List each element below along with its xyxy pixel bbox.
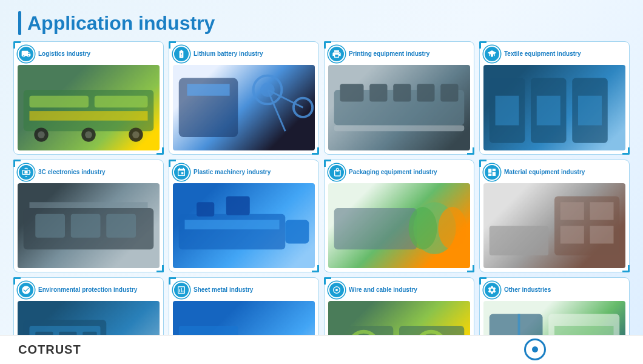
industry-card-material[interactable]: Material equipment industry (479, 160, 630, 273)
industry-grid: Logistics industry Lithium battery indus… (0, 41, 643, 326)
card-label-wire: Wire and cable industry (349, 286, 417, 294)
svg-rect-11 (187, 84, 229, 96)
card-header-wire: Wire and cable industry (328, 281, 470, 298)
card-illustration-plastic (173, 183, 315, 269)
header-accent-bar (18, 11, 21, 35)
svg-point-9 (132, 131, 140, 138)
industry-card-plastic[interactable]: Plastic machinery industry (169, 160, 319, 273)
industry-card-3c[interactable]: 3C electronics industry (13, 160, 164, 273)
card-label-textile: Textile equipment industry (504, 50, 581, 58)
card-corner-tl (479, 41, 486, 49)
svg-rect-23 (334, 126, 465, 132)
card-illustration-lithium (173, 65, 315, 150)
card-corner-tl (13, 41, 21, 49)
card-header-enviro: Environmental protection industry (18, 281, 160, 298)
card-corner-tl (169, 277, 176, 285)
card-corner-tl (479, 277, 486, 285)
page-container: Application industry Logistics industry (0, 0, 643, 364)
card-illustration-packaging (328, 183, 470, 269)
card-image-textile (483, 65, 625, 150)
card-header-logistics: Logistics industry (18, 46, 160, 62)
card-illustration-textile (483, 65, 625, 150)
svg-rect-33 (106, 214, 136, 237)
svg-rect-19 (369, 84, 387, 101)
svg-rect-47 (590, 202, 614, 220)
svg-rect-21 (417, 84, 434, 101)
svg-rect-38 (197, 202, 214, 216)
logo-co: CO (18, 343, 38, 356)
card-image-logistics (18, 65, 160, 150)
card-label-plastic: Plastic machinery industry (194, 169, 271, 176)
card-header-printing: Printing equipment industry (328, 46, 470, 62)
card-image-3c (18, 183, 160, 269)
card-header-3c: 3C electronics industry (18, 164, 160, 181)
card-image-lithium (173, 65, 315, 150)
svg-rect-49 (590, 226, 614, 243)
card-corner-tl (324, 277, 331, 285)
svg-line-16 (268, 90, 285, 131)
card-image-printing (328, 65, 470, 150)
card-label-other: Other industries (504, 286, 551, 294)
page-footer: COTRUST (0, 335, 643, 364)
svg-rect-39 (226, 196, 250, 215)
card-illustration-material (483, 183, 625, 269)
card-corner-tl (169, 160, 176, 167)
page-header: Application industry (0, 0, 643, 41)
svg-point-7 (85, 131, 92, 138)
page-title: Application industry (27, 12, 215, 35)
card-corner-tl (169, 41, 176, 49)
svg-rect-28 (537, 96, 561, 126)
svg-rect-48 (561, 226, 584, 243)
svg-rect-3 (30, 111, 148, 121)
svg-rect-34 (30, 202, 148, 208)
svg-point-42 (438, 207, 466, 249)
card-label-printing: Printing equipment industry (349, 50, 429, 58)
svg-rect-27 (496, 96, 519, 126)
svg-rect-29 (578, 96, 602, 126)
card-header-material: Material equipment industry (483, 164, 625, 181)
card-illustration-logistics (18, 65, 160, 150)
card-label-packaging: Packaging equipment industry (349, 169, 437, 176)
industry-card-textile[interactable]: Textile equipment industry (479, 41, 630, 155)
svg-rect-1 (30, 96, 89, 108)
svg-rect-32 (71, 214, 101, 237)
card-label-lithium: Lithium battery industry (194, 50, 263, 58)
svg-rect-20 (393, 84, 411, 101)
card-corner-tl (13, 160, 21, 167)
card-illustration-printing (328, 65, 470, 150)
card-header-packaging: Packaging equipment industry (328, 164, 470, 181)
card-label-sheetmetal: Sheet metal industry (194, 286, 253, 294)
card-label-logistics: Logistics industry (38, 50, 90, 58)
svg-point-62 (335, 289, 338, 291)
industry-card-printing[interactable]: Printing equipment industry (324, 41, 474, 155)
logo-trust: TRUST (38, 343, 81, 356)
card-label-3c: 3C electronics industry (38, 169, 106, 176)
card-header-plastic: Plastic machinery industry (173, 164, 315, 181)
svg-rect-31 (35, 214, 65, 237)
card-image-material (483, 183, 625, 269)
svg-rect-46 (561, 202, 584, 220)
svg-rect-2 (95, 96, 148, 108)
industry-card-lithium[interactable]: Lithium battery industry (169, 41, 319, 155)
industry-card-logistics[interactable]: Logistics industry (13, 41, 164, 155)
svg-point-5 (38, 131, 45, 138)
card-image-plastic (173, 183, 315, 269)
svg-rect-22 (440, 84, 458, 101)
svg-rect-44 (490, 226, 549, 255)
card-header-other: Other industries (483, 281, 625, 298)
card-image-packaging (328, 183, 470, 269)
card-label-material: Material equipment industry (504, 169, 585, 176)
card-corner-tl (479, 160, 486, 167)
card-corner-tl (324, 160, 331, 167)
svg-rect-18 (340, 84, 364, 101)
svg-rect-35 (179, 214, 286, 249)
footer-circle-decoration (524, 339, 546, 360)
svg-point-43 (409, 207, 437, 249)
card-header-sheetmetal: Sheet metal industry (173, 281, 315, 298)
card-header-textile: Textile equipment industry (483, 46, 625, 62)
card-corner-tl (13, 277, 21, 285)
industry-card-packaging[interactable]: Packaging equipment industry (324, 160, 474, 273)
card-label-enviro: Environmental protection industry (38, 286, 137, 294)
card-illustration-3c (18, 183, 160, 269)
card-corner-tl (324, 41, 331, 49)
